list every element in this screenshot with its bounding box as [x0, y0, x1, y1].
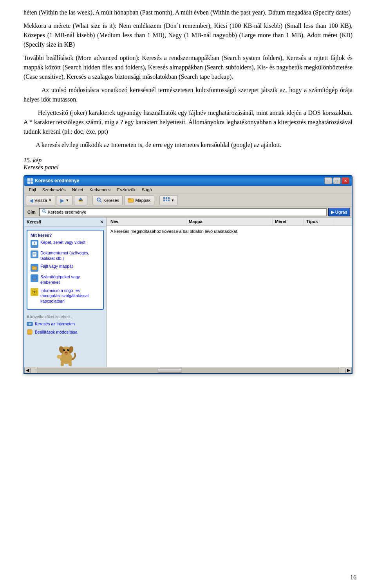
search-option-doc[interactable]: Dokumentumot (szöveges, táblázat stb.): [31, 250, 100, 261]
dog-mascot-area: [24, 339, 106, 367]
svg-point-47: [63, 349, 65, 351]
search-option-info[interactable]: ? Információ a súgó- és támogatási szolg…: [31, 288, 100, 304]
menu-favorites[interactable]: Kedvencek: [86, 187, 114, 193]
minimize-button[interactable]: −: [324, 177, 332, 184]
svg-point-50: [68, 350, 69, 350]
svg-point-51: [65, 352, 68, 354]
svg-rect-11: [163, 197, 165, 199]
svg-rect-14: [163, 200, 165, 201]
toolbar-separator-1: [90, 196, 90, 205]
caption-block: 15. kép Keresés panel: [24, 157, 352, 171]
left-panel: Kereső ✕ Mit keres? Képet, zenét vagy vi…: [24, 218, 107, 367]
what-search-box: Mit keres? Képet, zenét vagy videót: [27, 230, 104, 310]
also-internet[interactable]: Keresés az interneten: [27, 321, 104, 327]
svg-rect-2: [27, 181, 30, 184]
svg-rect-15: [166, 200, 167, 201]
back-button[interactable]: ◀ Vissza ▼: [26, 195, 55, 205]
dog-figure: [54, 342, 77, 365]
window-icon: [27, 178, 33, 184]
svg-point-49: [64, 350, 65, 350]
search-option-computer[interactable]: Számítógépeket vagy embereket: [31, 274, 100, 285]
left-panel-close[interactable]: ✕: [100, 219, 104, 225]
window-titlebar: Keresés eredménye − □ ✕: [24, 176, 352, 186]
left-panel-title: Kereső: [27, 220, 41, 224]
option-info-text: Információ a súgó- és támogatási szolgál…: [40, 288, 100, 304]
info-icon: ?: [31, 288, 38, 296]
svg-text:?: ?: [33, 290, 36, 294]
paragraph-5: Helyettesítő (joker) karakterek ugyanúgy…: [24, 108, 352, 136]
col-folder[interactable]: Mappa: [186, 218, 273, 225]
search-icon: [96, 197, 102, 204]
scroll-left-button[interactable]: ◀: [24, 368, 31, 373]
option-computer-text: Számítógépeket vagy embereket: [40, 274, 100, 285]
also-title: A következőket is teheti...: [27, 314, 104, 319]
menu-file[interactable]: Fájl: [26, 187, 39, 193]
paragraph-4: Az utolsó módosításra vonatkozó keresésn…: [24, 85, 352, 104]
option-doc-text: Dokumentumot (szöveges, táblázat stb.): [40, 250, 100, 261]
col-type[interactable]: Típus: [304, 218, 335, 225]
views-icon: [163, 197, 170, 204]
also-section: A következőket is teheti... Keresés az i…: [27, 314, 104, 337]
caption-text: Keresés panel: [24, 164, 352, 171]
menu-help[interactable]: Súgó: [139, 187, 155, 193]
svg-line-18: [45, 212, 46, 213]
page-number: 16: [350, 574, 356, 581]
paragraph-2: Mekkora a mérete (What size is it): Nem …: [24, 21, 352, 49]
scrollbar-track: [37, 368, 339, 373]
search-option-file[interactable]: Fájlt vagy mappát: [31, 264, 100, 272]
svg-rect-13: [168, 197, 170, 199]
toolbar: ◀ Vissza ▼ ▶ ▼ K: [24, 194, 352, 207]
scroll-right-button[interactable]: ▶: [345, 368, 352, 373]
go-label: Ugrás: [335, 210, 347, 214]
svg-rect-30: [32, 276, 37, 279]
window-content: Kereső ✕ Mit keres? Képet, zenét vagy vi…: [24, 218, 352, 367]
forward-dropdown-icon: ▼: [65, 198, 69, 202]
go-button[interactable]: ▶ Ugrás: [328, 208, 350, 216]
folders-icon: [128, 197, 134, 204]
forward-button[interactable]: ▶ ▼: [57, 195, 72, 205]
search-button[interactable]: Keresés: [92, 195, 123, 205]
col-size[interactable]: Méret: [273, 218, 304, 225]
folders-button[interactable]: Mappák: [124, 195, 154, 205]
back-dropdown-icon: ▼: [48, 198, 52, 202]
address-value: Keresés eredménye: [48, 210, 86, 214]
svg-rect-53: [69, 361, 72, 366]
svg-point-20: [34, 242, 35, 244]
svg-rect-31: [33, 279, 36, 280]
svg-rect-4: [79, 200, 83, 201]
address-label: Cím: [26, 210, 37, 214]
results-column-headers: Név Mappa Méret Típus: [107, 218, 352, 226]
doc-icon: [31, 250, 38, 258]
menu-bar: Fájl Szerkesztés Nézet Kedvencek Eszközö…: [24, 186, 352, 194]
computer-icon: [31, 274, 38, 282]
toolbar-separator-2: [157, 196, 157, 205]
views-dropdown-icon: ▼: [171, 198, 175, 202]
caption-number: 15. kép: [24, 157, 352, 164]
menu-edit[interactable]: Szerkesztés: [39, 187, 69, 193]
right-panel: Név Mappa Méret Típus A keresés megindít…: [107, 218, 352, 367]
views-button[interactable]: ▼: [159, 195, 178, 205]
up-icon: [78, 197, 84, 204]
address-icon: [41, 209, 47, 215]
forward-arrow-icon: ▶: [60, 198, 64, 203]
also-settings[interactable]: Beállítások módosítása: [27, 329, 104, 335]
horizontal-scrollbar[interactable]: ◀ ▶: [24, 367, 352, 373]
close-button[interactable]: ✕: [342, 177, 349, 184]
menu-tools[interactable]: Eszközök: [114, 187, 139, 193]
svg-point-54: [57, 355, 61, 359]
svg-rect-0: [27, 178, 30, 181]
maximize-button[interactable]: □: [333, 177, 341, 184]
scrollbar-thumb[interactable]: [158, 368, 181, 373]
address-input[interactable]: Keresés eredménye: [39, 208, 327, 216]
paragraph-3: További beállítások (More advanced optio…: [24, 53, 352, 82]
svg-rect-32: [33, 280, 36, 281]
svg-point-17: [43, 210, 45, 212]
search-option-media[interactable]: Képet, zenét vagy videót: [31, 240, 100, 248]
up-button[interactable]: [74, 195, 87, 205]
col-name[interactable]: Név: [108, 218, 186, 225]
svg-rect-27: [32, 266, 34, 267]
svg-rect-22: [33, 252, 36, 257]
svg-point-48: [67, 349, 69, 351]
search-results-window: Keresés eredménye − □ ✕ Fájl Szerkesztés…: [24, 175, 352, 374]
menu-view[interactable]: Nézet: [69, 187, 87, 193]
